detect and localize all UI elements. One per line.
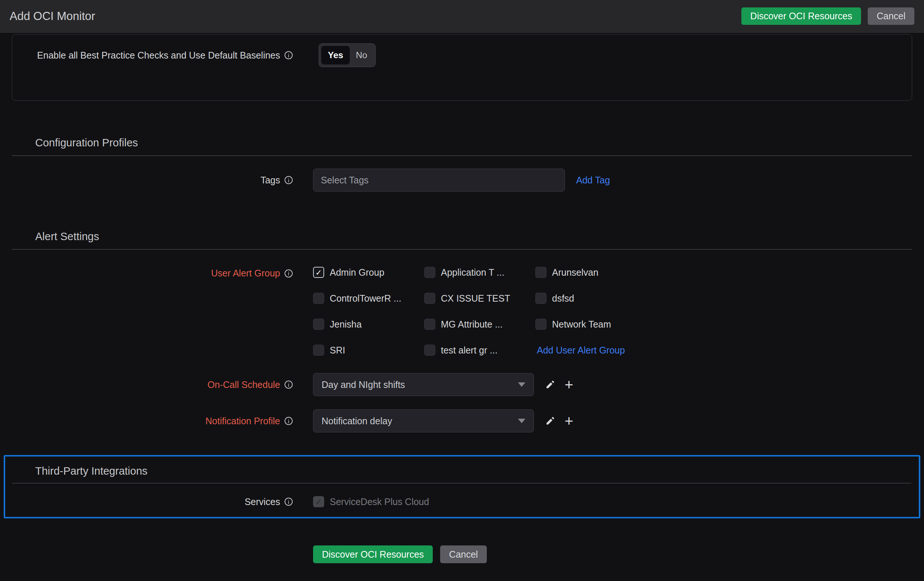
- services-label: Services i: [5, 497, 293, 507]
- checkbox-icon[interactable]: [313, 293, 324, 304]
- info-icon[interactable]: i: [285, 176, 293, 184]
- checkbox-icon[interactable]: [535, 267, 546, 278]
- alert-settings-section: Alert Settings User Alert Group i ✓ Admi…: [12, 230, 912, 432]
- info-icon[interactable]: i: [285, 51, 293, 59]
- checkbox-icon[interactable]: [424, 319, 435, 330]
- toggle-yes-option[interactable]: Yes: [321, 46, 350, 64]
- on-call-schedule-row: On-Call Schedule i Day and NIght shifts …: [12, 373, 912, 396]
- services-row: Services i ✓ ServiceDesk Plus Cloud: [5, 496, 919, 507]
- user-alert-group-option[interactable]: MG Attribute ...: [424, 319, 535, 330]
- user-alert-group-option[interactable]: ✓ Admin Group: [313, 267, 424, 278]
- notification-profile-label-text: Notification Profile: [206, 416, 280, 426]
- user-alert-group-option[interactable]: Jenisha: [313, 319, 424, 330]
- best-practice-toggle[interactable]: Yes No: [318, 43, 376, 67]
- checkbox-icon[interactable]: [424, 267, 435, 278]
- toggle-no-option[interactable]: No: [350, 50, 373, 60]
- notification-profile-row: Notification Profile i Notification dela…: [12, 409, 912, 432]
- page-title: Add OCI Monitor: [10, 10, 95, 23]
- checkbox-icon[interactable]: [424, 293, 435, 304]
- info-icon[interactable]: i: [285, 381, 293, 389]
- user-alert-group-label: User Alert Group i: [12, 268, 293, 279]
- best-practice-label-text: Enable all Best Practice Checks and Use …: [37, 50, 280, 61]
- servicedesk-plus-cloud-option: ✓ ServiceDesk Plus Cloud: [313, 496, 429, 507]
- user-alert-group-label-text: User Alert Group: [211, 268, 280, 279]
- chevron-down-icon: [518, 419, 525, 423]
- notification-profile-label: Notification Profile i: [12, 416, 293, 426]
- add-plus-icon[interactable]: +: [564, 379, 573, 391]
- third-party-integrations-section: Third-Party Integrations Services i ✓ Se…: [4, 455, 920, 518]
- select-tags-input[interactable]: Select Tags: [313, 168, 565, 191]
- notification-profile-select[interactable]: Notification delay: [313, 409, 534, 432]
- user-alert-group-option[interactable]: test alert gr ...: [424, 345, 535, 356]
- checkbox-icon[interactable]: [424, 345, 435, 356]
- section-heading-configuration-profiles: Configuration Profiles: [35, 136, 912, 149]
- section-heading-third-party-integrations: Third-Party Integrations: [35, 465, 919, 477]
- add-user-alert-group-cell: Add User Alert Group: [535, 345, 647, 356]
- cancel-button[interactable]: Cancel: [868, 7, 914, 25]
- section-heading-alert-settings: Alert Settings: [35, 230, 912, 243]
- section-divider: [12, 155, 912, 156]
- best-practice-label: Enable all Best Practice Checks and Use …: [12, 50, 293, 61]
- checkbox-icon[interactable]: [313, 345, 324, 356]
- on-call-schedule-select[interactable]: Day and NIght shifts: [313, 373, 534, 396]
- tags-label-text: Tags: [261, 175, 280, 186]
- header-actions: Discover OCI Resources Cancel: [741, 7, 914, 25]
- cancel-button[interactable]: Cancel: [440, 545, 487, 563]
- services-label-text: Services: [244, 497, 280, 507]
- notification-profile-value: Notification delay: [322, 416, 392, 426]
- user-alert-group-option[interactable]: ControlTowerR ...: [313, 293, 424, 304]
- best-practice-row: Enable all Best Practice Checks and Use …: [12, 43, 912, 67]
- checkbox-icon[interactable]: [313, 319, 324, 330]
- tags-row: Tags i Select Tags Add Tag: [12, 168, 912, 191]
- header: Add OCI Monitor Discover OCI Resources C…: [0, 0, 924, 33]
- configuration-profiles-section: Configuration Profiles Tags i Select Tag…: [12, 136, 912, 191]
- edit-pencil-icon[interactable]: [545, 380, 555, 390]
- user-alert-group-option[interactable]: Network Team: [535, 319, 647, 330]
- add-tag-link[interactable]: Add Tag: [576, 175, 610, 186]
- user-alert-group-option[interactable]: dsfsd: [535, 293, 647, 304]
- add-user-alert-group-link[interactable]: Add User Alert Group: [537, 345, 625, 356]
- best-practice-panel: Enable all Best Practice Checks and Use …: [12, 34, 912, 101]
- on-call-schedule-label: On-Call Schedule i: [12, 380, 293, 390]
- on-call-schedule-actions: +: [545, 379, 573, 391]
- checkbox-checked-icon[interactable]: ✓: [313, 267, 324, 278]
- form-body: Enable all Best Practice Checks and Use …: [0, 34, 924, 563]
- add-plus-icon[interactable]: +: [564, 415, 573, 427]
- user-alert-group-option[interactable]: Arunselvan: [535, 267, 647, 278]
- info-icon[interactable]: i: [285, 498, 293, 506]
- user-alert-group-grid: ✓ Admin Group Application T ... Arunselv…: [313, 267, 647, 356]
- footer-actions: Discover OCI Resources Cancel: [313, 545, 912, 563]
- notification-profile-actions: +: [545, 415, 573, 427]
- checkbox-icon[interactable]: [535, 293, 546, 304]
- chevron-down-icon: [518, 382, 525, 387]
- edit-pencil-icon[interactable]: [545, 416, 555, 426]
- tags-label: Tags i: [12, 175, 293, 186]
- section-divider: [12, 249, 912, 250]
- discover-oci-resources-button[interactable]: Discover OCI Resources: [741, 7, 861, 25]
- on-call-schedule-value: Day and NIght shifts: [322, 380, 405, 390]
- on-call-schedule-label-text: On-Call Schedule: [208, 380, 280, 390]
- user-alert-group-row: User Alert Group i ✓ Admin Group Applica…: [12, 267, 912, 356]
- user-alert-group-option[interactable]: CX ISSUE TEST: [424, 293, 535, 304]
- checkbox-icon[interactable]: [535, 319, 546, 330]
- checkbox-checked-disabled-icon: ✓: [313, 496, 324, 507]
- info-icon[interactable]: i: [285, 269, 293, 277]
- user-alert-group-option[interactable]: Application T ...: [424, 267, 535, 278]
- discover-oci-resources-button[interactable]: Discover OCI Resources: [313, 545, 433, 563]
- section-divider: [12, 483, 911, 484]
- info-icon[interactable]: i: [285, 417, 293, 425]
- user-alert-group-option[interactable]: SRI: [313, 345, 424, 356]
